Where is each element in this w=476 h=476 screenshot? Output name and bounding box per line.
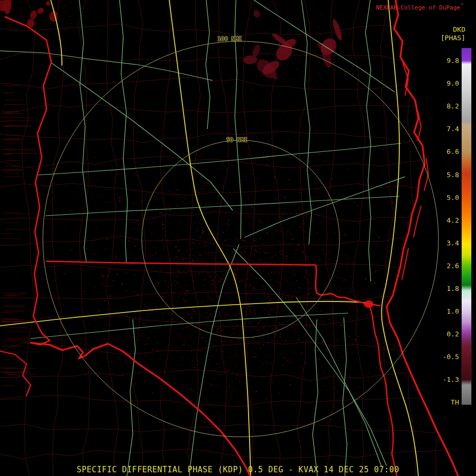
attribution-text: NEXLAB-College of DuPage: [376, 4, 460, 11]
product-info: DKD [PHAS]: [423, 25, 465, 42]
colorbar-tick: 6.6: [429, 148, 459, 155]
colorbar-tick: 5.0: [429, 194, 459, 202]
range-ring-label-100: 100 NMI: [217, 35, 242, 42]
colorbar: [461, 48, 472, 405]
colorbar-tick: 0.2: [429, 331, 459, 338]
colorbar-tick: -1.3: [429, 376, 459, 383]
colorbar-tick: 1.8: [429, 285, 459, 292]
product-units: [PHAS]: [423, 34, 465, 42]
colorbar-tick: 2.6: [429, 262, 459, 270]
county-borders-layer: [0, 0, 476, 476]
product-code: DKD: [423, 25, 465, 34]
product-title: SPECIFIC DIFFERENTIAL PHASE (KDP) 0.5 DE…: [77, 465, 399, 474]
colorbar-tick: 5.8: [429, 171, 459, 179]
state-borders-coast-layer: [0, 0, 458, 476]
barrier-islands: [402, 63, 428, 279]
west-state-border: [5, 17, 51, 345]
colorbar-tick: 8.2: [429, 103, 459, 110]
colorbar-threshold-label: TH: [429, 398, 459, 406]
colorbar-tick: 7.4: [429, 125, 459, 133]
base-map: [0, 0, 476, 476]
colorbar-tick: 1.0: [429, 308, 459, 315]
range-ring-label-50: 50 NMI: [226, 136, 248, 143]
trademark-icon: ™: [461, 3, 463, 8]
status-bar: SPECIFIC DIFFERENTIAL PHASE (KDP) 0.5 DE…: [0, 465, 476, 474]
colorbar-ticks: 9.89.08.27.46.65.85.04.23.42.61.81.00.2-…: [429, 48, 459, 413]
attribution: NEXLAB-College of DuPage™: [376, 3, 463, 11]
jacksonville-marker: [364, 300, 373, 308]
colorbar-tick: 9.8: [429, 57, 459, 65]
colorbar-tick: 3.4: [429, 240, 459, 247]
colorbar-tick: 4.2: [429, 217, 459, 224]
colorbar-tick: -0.5: [429, 353, 459, 361]
radar-viewport: 100 NMI 50 NMI NEXLAB-College of DuPage™…: [0, 0, 476, 476]
colorbar-tick: 9.0: [429, 80, 459, 87]
st-johns-river: [369, 306, 397, 476]
